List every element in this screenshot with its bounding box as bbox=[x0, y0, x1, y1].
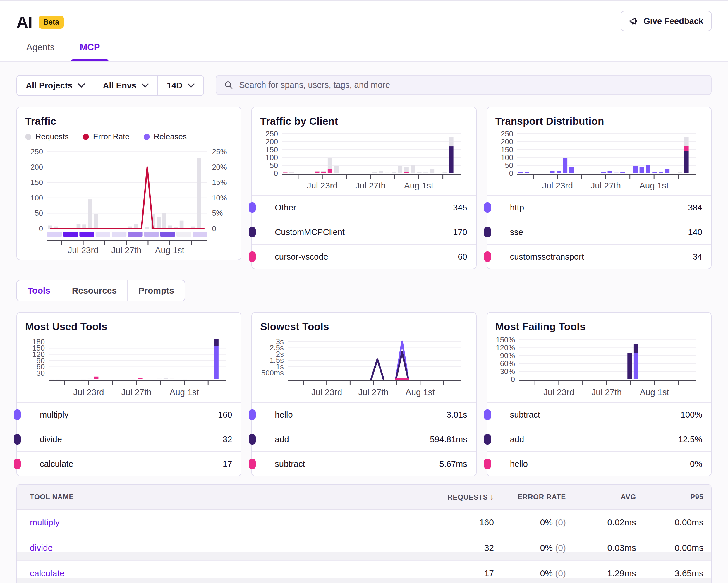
color-chip bbox=[249, 202, 256, 213]
table-row-multiply: multiply1600% (0)0.02ms0.00ms bbox=[17, 510, 711, 535]
give-feedback-button[interactable]: Give Feedback bbox=[621, 11, 711, 31]
svg-text:10%: 10% bbox=[212, 194, 227, 202]
list-item-label: divide bbox=[40, 435, 223, 444]
list-item-custommcpclient[interactable]: CustomMCPClient170 bbox=[252, 220, 476, 244]
section-tab-tools[interactable]: Tools bbox=[17, 280, 61, 301]
slowest-tools-list: hello3.01sadd594.81mssubtract5.67ms bbox=[252, 402, 476, 476]
list-item-calculate[interactable]: calculate17 bbox=[17, 451, 241, 476]
card-title-traffic-by-client: Traffic by Client bbox=[260, 115, 476, 127]
list-item-label: cursor-vscode bbox=[275, 252, 458, 262]
legend-label: Requests bbox=[35, 132, 69, 142]
search-input[interactable] bbox=[239, 80, 703, 90]
column-header-requests[interactable]: REQUESTS↓ bbox=[397, 492, 494, 502]
most-failing-tools-chart: 030%60%90%120%150%Jul 23rdJul 27thAug 1s… bbox=[495, 335, 703, 400]
traffic-by-client-list: Other345CustomMCPClient170cursor-vscode6… bbox=[252, 195, 476, 269]
card-title-slowest: Slowest Tools bbox=[260, 321, 476, 332]
svg-text:50: 50 bbox=[270, 161, 278, 170]
column-header-avg: AVG bbox=[566, 493, 636, 501]
avg-value: 0.02ms bbox=[566, 517, 636, 527]
megaphone-icon bbox=[629, 16, 639, 26]
svg-text:Jul 27th: Jul 27th bbox=[121, 387, 151, 397]
p95-value: 0.00ms bbox=[636, 517, 703, 527]
color-chip bbox=[249, 409, 256, 420]
list-item-other[interactable]: Other345 bbox=[252, 195, 476, 220]
card-most-used-tools: Most Used Tools 306090120150180Jul 23rdJ… bbox=[17, 312, 241, 477]
svg-text:200: 200 bbox=[30, 163, 43, 171]
list-item-http[interactable]: http384 bbox=[487, 195, 711, 220]
svg-text:Jul 27th: Jul 27th bbox=[356, 181, 386, 190]
list-item-value: 384 bbox=[688, 203, 702, 212]
svg-text:60%: 60% bbox=[500, 359, 515, 367]
list-item-subtract[interactable]: subtract100% bbox=[487, 402, 711, 427]
svg-text:150: 150 bbox=[501, 146, 513, 154]
list-item-value: 17 bbox=[223, 459, 232, 469]
tab-agents[interactable]: Agents bbox=[26, 42, 55, 61]
list-item-multiply[interactable]: multiply160 bbox=[17, 402, 241, 427]
legend-dot-releases bbox=[144, 134, 150, 140]
list-item-sse[interactable]: sse140 bbox=[487, 220, 711, 244]
svg-text:50: 50 bbox=[505, 161, 513, 170]
search-icon bbox=[224, 80, 233, 90]
env-filter[interactable]: All Envs bbox=[94, 76, 157, 95]
svg-text:15%: 15% bbox=[212, 178, 227, 186]
legend-label: Error Rate bbox=[93, 132, 130, 142]
chevron-down-icon bbox=[141, 83, 149, 88]
project-filter[interactable]: All Projects bbox=[17, 76, 94, 95]
svg-text:Aug 1st: Aug 1st bbox=[406, 387, 435, 397]
svg-text:Aug 1st: Aug 1st bbox=[640, 387, 669, 397]
error-rate-value: 0% (0) bbox=[494, 517, 566, 527]
list-item-hello[interactable]: hello3.01s bbox=[252, 402, 476, 427]
list-item-value: 100% bbox=[681, 410, 702, 420]
date-range-filter[interactable]: 14D bbox=[157, 76, 203, 95]
list-item-hello[interactable]: hello0% bbox=[487, 451, 711, 476]
color-chip bbox=[249, 459, 256, 469]
list-item-label: hello bbox=[275, 410, 446, 420]
tab-mcp[interactable]: MCP bbox=[80, 42, 100, 61]
legend-item-requests[interactable]: Requests bbox=[25, 132, 69, 142]
section-tab-resources[interactable]: Resources bbox=[61, 280, 127, 301]
sort-desc-icon: ↓ bbox=[490, 492, 494, 501]
color-chip bbox=[484, 409, 491, 420]
list-item-value: 34 bbox=[693, 252, 702, 262]
svg-text:120%: 120% bbox=[496, 344, 515, 352]
svg-text:Jul 27th: Jul 27th bbox=[111, 245, 141, 255]
transport-distribution-chart: 050100150200250Jul 23rdJul 27thAug 1st bbox=[495, 129, 703, 193]
list-item-cursor-vscode[interactable]: cursor-vscode60 bbox=[252, 244, 476, 269]
most-used-tools-chart: 306090120150180Jul 23rdJul 27thAug 1st bbox=[25, 335, 233, 400]
tool-link-multiply[interactable]: multiply bbox=[30, 517, 397, 527]
svg-text:150: 150 bbox=[266, 146, 278, 154]
requests-value: 32 bbox=[397, 543, 494, 553]
svg-text:Aug 1st: Aug 1st bbox=[639, 181, 669, 190]
beta-badge: Beta bbox=[38, 16, 64, 29]
list-item-add[interactable]: add594.81ms bbox=[252, 427, 476, 451]
charts-row-1: Traffic RequestsError RateReleases 05010… bbox=[17, 106, 711, 269]
legend-item-error-rate[interactable]: Error Rate bbox=[83, 132, 130, 142]
project-filter-value: All Projects bbox=[26, 81, 73, 91]
svg-text:250: 250 bbox=[501, 130, 513, 138]
list-item-value: 345 bbox=[453, 203, 467, 212]
svg-text:Aug 1st: Aug 1st bbox=[170, 387, 199, 397]
list-item-add[interactable]: add12.5% bbox=[487, 427, 711, 451]
legend-item-releases[interactable]: Releases bbox=[144, 132, 187, 142]
list-item-subtract[interactable]: subtract5.67ms bbox=[252, 451, 476, 476]
table-body: multiply1600% (0)0.02ms0.00msdivide320% … bbox=[17, 510, 711, 583]
list-item-divide[interactable]: divide32 bbox=[17, 427, 241, 451]
svg-text:5%: 5% bbox=[212, 209, 223, 217]
tool-link-calculate[interactable]: calculate bbox=[30, 568, 397, 578]
svg-text:100: 100 bbox=[266, 153, 278, 161]
list-item-customssetransport[interactable]: customssetransport34 bbox=[487, 244, 711, 269]
list-item-value: 5.67ms bbox=[440, 459, 467, 469]
svg-text:25%: 25% bbox=[212, 148, 227, 156]
svg-text:100: 100 bbox=[30, 194, 43, 202]
color-chip bbox=[484, 459, 491, 469]
svg-text:20%: 20% bbox=[212, 163, 227, 171]
avg-value: 1.29ms bbox=[566, 568, 636, 578]
list-item-value: 170 bbox=[453, 227, 467, 237]
svg-text:30%: 30% bbox=[500, 367, 515, 376]
section-tab-prompts[interactable]: Prompts bbox=[127, 280, 185, 301]
tool-link-divide[interactable]: divide bbox=[30, 543, 397, 553]
card-title-traffic: Traffic bbox=[25, 115, 233, 127]
search-bar[interactable] bbox=[216, 75, 711, 95]
env-filter-value: All Envs bbox=[103, 81, 136, 91]
list-item-label: add bbox=[510, 435, 678, 444]
